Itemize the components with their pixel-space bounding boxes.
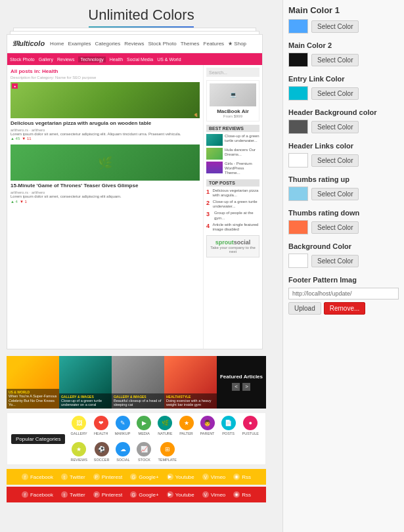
main-color-1-btn[interactable]: Select Color — [311, 20, 359, 33]
featured-item-3: GALLERY & IMAGES Beautiful closeup of a … — [112, 356, 164, 409]
social-facebook-red[interactable]: f Facebook — [22, 491, 53, 498]
social-pinterest-red[interactable]: P Pinterest — [93, 491, 123, 498]
header-links-color-swatch — [288, 153, 308, 167]
sprout-logo: sproutsocial — [210, 239, 256, 246]
featured-overlay-3: GALLERY & IMAGES Beautiful closeup of a … — [112, 393, 164, 409]
header-bg-color-option: Header Background color Select Color — [288, 108, 399, 134]
social-bar-yellow: f Facebook t Twitter P Pinterest G Googl… — [7, 469, 266, 485]
widget-title-best-reviews: BEST REVIEWS — [206, 125, 259, 132]
header-bg-color-swatch — [288, 120, 308, 134]
remove-btn[interactable]: Remove... — [324, 302, 366, 315]
cat-icon-template[interactable]: ⊞ TEMPLATE — [158, 442, 177, 462]
cat-icon-posts[interactable]: 📄 POSTS — [221, 416, 236, 435]
page-title: Unlimited Colors — [7, 7, 276, 24]
social-googleplus-red[interactable]: G Google+ — [130, 491, 158, 498]
main-color-2-btn[interactable]: Select Color — [311, 54, 359, 66]
thumbs-rating-down-row: Select Color — [288, 220, 399, 234]
header-links-color-btn[interactable]: Select Color — [311, 154, 359, 167]
social-vimeo-red[interactable]: V Vimeo — [202, 491, 226, 498]
featured-overlay-4: HEALTH/STYLE Doing exercise with a heavy… — [164, 393, 217, 409]
cat-circle-markup: ✎ — [116, 416, 130, 430]
thumbs-rating-up-swatch — [288, 187, 308, 201]
widget-thumb-br-2 — [206, 148, 223, 160]
cat-icon-pustule[interactable]: ● PUSTULE — [242, 416, 259, 435]
googleplus-label-yellow: Google+ — [139, 474, 158, 480]
widget-search: Search... — [206, 68, 259, 77]
cat-icon-nature[interactable]: 🌿 NATURE — [158, 416, 172, 435]
social-rss-yellow[interactable]: ◉ Rss — [233, 474, 251, 480]
cat-circle-gallery: 🖼 — [72, 416, 86, 430]
top-post-4: 4 Article with single featured image dis… — [206, 223, 259, 232]
entry-link-color-row: Select Color — [288, 86, 399, 100]
upload-btn[interactable]: Upload — [288, 302, 321, 315]
rating-row-2: ▲ 4 ▼ 1 — [11, 200, 200, 204]
cat-icon-parent[interactable]: 👨 PARENT — [200, 416, 215, 435]
widget-item-br-2: Hula dancers Our Dreams... — [206, 148, 259, 160]
widget-text-br-1: Close-up of a green turtle underwater... — [225, 134, 259, 143]
featured-nav[interactable]: < > — [232, 383, 250, 391]
cat-icon-social[interactable]: ☁ SOCIAL — [116, 442, 130, 462]
thumbs-rating-up-btn[interactable]: Select Color — [311, 188, 359, 200]
social-facebook-yellow[interactable]: f Facebook — [22, 474, 53, 480]
article-card-1: ● 🍕 Delicious vegetarian pizza with arug… — [11, 82, 200, 141]
featured-next-btn[interactable]: > — [242, 383, 250, 391]
thumbs-rating-down-btn[interactable]: Select Color — [311, 221, 359, 234]
all-posts-sub: Description for Category: Name for SEO p… — [11, 76, 200, 79]
vimeo-label-red: Vimeo — [211, 492, 226, 498]
social-youtube-red[interactable]: ▶ Youtube — [167, 491, 194, 498]
cat-icon-reviews[interactable]: ★ REVIEWS — [70, 442, 87, 462]
youtube-label-red: Youtube — [175, 492, 194, 498]
cat-circle-posts: 📄 — [221, 416, 236, 430]
sprout-tagline: Take your company to the next — [210, 246, 256, 254]
social-twitter-yellow[interactable]: t Twitter — [61, 474, 85, 480]
cat-icons: 🖼 GALLERY ❤ HEALTH ✎ MARKUP ▶ MEDIA 🌿 NA… — [70, 416, 261, 462]
social-vimeo-yellow[interactable]: V Vimeo — [202, 474, 226, 480]
header-bg-color-btn[interactable]: Select Color — [311, 121, 359, 133]
social-googleplus-yellow[interactable]: G Google+ — [130, 474, 158, 480]
featured-overlay-1: US & WORLD When You're A Super-Famous Ce… — [7, 389, 59, 409]
cat-icon-palter[interactable]: ★ PALTER — [179, 416, 194, 435]
vimeo-icon-yellow: V — [202, 474, 209, 480]
widget-item-br-1: Close-up of a green turtle underwater... — [206, 134, 259, 146]
social-rss-red[interactable]: ◉ Rss — [233, 491, 251, 498]
social-twitter-red[interactable]: t Twitter — [61, 491, 85, 498]
cat-circle-reviews: ★ — [72, 442, 86, 456]
twitter-label-red: Twitter — [70, 492, 85, 498]
social-bar-red: f Facebook t Twitter P Pinterest G Googl… — [7, 487, 266, 502]
search-widget[interactable]: Search... — [206, 68, 259, 77]
twitter-icon-red: t — [61, 491, 68, 498]
googleplus-icon-red: G — [130, 491, 137, 498]
cat-icon-stock[interactable]: 📈 STOCK — [137, 442, 151, 462]
cat-icon-health[interactable]: ❤ HEALTH — [94, 416, 108, 435]
widget-item-br-3: Girls - Premium WordPress Theme... — [206, 162, 259, 176]
social-youtube-yellow[interactable]: ▶ Youtube — [167, 474, 194, 480]
cat-circle-palter: ★ — [179, 416, 194, 430]
main-color-1-row: Select Color — [288, 19, 399, 33]
advertiser-product: MacBook Air — [210, 108, 256, 114]
social-pinterest-yellow[interactable]: P Pinterest — [93, 474, 123, 480]
featured-caption-1: When You're A Super-Famous Celebrity But… — [9, 394, 57, 407]
main-color-1-swatch — [288, 19, 308, 33]
cat-circle-soccer: ⚽ — [95, 442, 109, 456]
top-post-1: 1 Delicious vegetarian pizza with arugul… — [206, 188, 259, 198]
cat-icon-media[interactable]: ▶ MEDIA — [137, 416, 151, 435]
twitter-icon-yellow: t — [61, 474, 68, 480]
background-color-row: Select Color — [288, 254, 399, 268]
thumbs-rating-down-swatch — [288, 220, 308, 234]
article-excerpt-2: Lorem ipsum dolor sit amet, consectetur … — [11, 194, 200, 200]
thumbs-rating-up-option: Thumbs rating up Select Color — [288, 175, 399, 201]
top-post-3: 3 Group of people at the gym... — [206, 211, 259, 220]
cat-icon-soccer[interactable]: ⚽ SOCCER — [94, 442, 110, 462]
footer-pattern-url-input[interactable] — [288, 288, 399, 299]
cat-circle-health: ❤ — [94, 416, 108, 430]
entry-link-color-btn[interactable]: Select Color — [311, 87, 359, 100]
background-color-btn[interactable]: Select Color — [311, 255, 359, 267]
popular-categories-btn[interactable]: Popular Categories — [11, 434, 65, 444]
cat-icon-markup[interactable]: ✎ MARKUP — [115, 416, 131, 435]
background-color-option: Background Color Select Color — [288, 242, 399, 268]
cat-icon-gallery[interactable]: 🖼 GALLERY — [70, 416, 87, 435]
youtube-label-yellow: Youtube — [175, 474, 194, 480]
rating-row-1: ▲ 45 ▼ 11 — [11, 137, 200, 141]
entry-link-color-label: Entry Link Color — [288, 75, 399, 83]
featured-prev-btn[interactable]: < — [232, 383, 240, 391]
